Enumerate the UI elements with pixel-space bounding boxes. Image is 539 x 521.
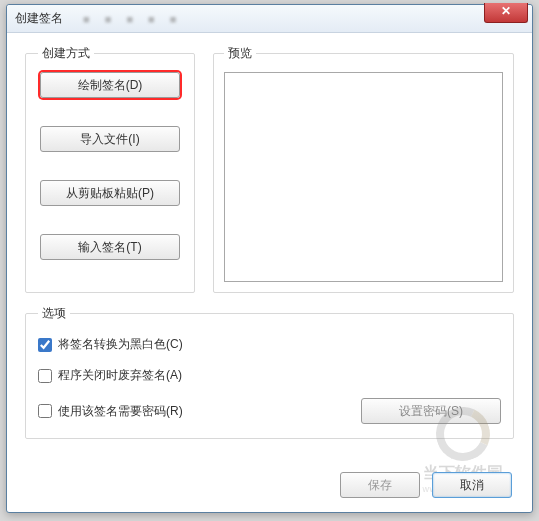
options-group: 选项 将签名转换为黑白色(C) 程序关闭时废弃签名(A) 使用该签名需要密码(R… xyxy=(25,305,514,439)
paste-clipboard-button[interactable]: 从剪贴板粘贴(P) xyxy=(40,180,180,206)
options-legend: 选项 xyxy=(38,305,70,322)
draw-signature-button[interactable]: 绘制签名(D) xyxy=(40,72,180,98)
preview-group: 预览 xyxy=(213,45,514,293)
titlebar: 创建签名 ■ ■ ■ ■ ■ ✕ xyxy=(7,5,532,33)
import-file-button[interactable]: 导入文件(I) xyxy=(40,126,180,152)
option-row-discard: 程序关闭时废弃签名(A) xyxy=(38,367,501,384)
option-row-password: 使用该签名需要密码(R) 设置密码(S) xyxy=(38,398,501,424)
window-title: 创建签名 xyxy=(15,10,63,27)
content-area: 创建方式 绘制签名(D) 导入文件(I) 从剪贴板粘贴(P) 输入签名(T) 预… xyxy=(7,33,532,512)
save-button[interactable]: 保存 xyxy=(340,472,420,498)
preview-legend: 预览 xyxy=(224,45,256,62)
discard-on-close-checkbox[interactable] xyxy=(38,369,52,383)
require-password-checkbox[interactable] xyxy=(38,404,52,418)
convert-bw-label[interactable]: 将签名转换为黑白色(C) xyxy=(58,336,183,353)
type-signature-button[interactable]: 输入签名(T) xyxy=(40,234,180,260)
preview-canvas xyxy=(224,72,503,282)
dialog-window: 创建签名 ■ ■ ■ ■ ■ ✕ 创建方式 绘制签名(D) 导入文件(I) 从剪… xyxy=(6,4,533,513)
background-window-hints: ■ ■ ■ ■ ■ xyxy=(83,13,182,25)
discard-on-close-label[interactable]: 程序关闭时废弃签名(A) xyxy=(58,367,182,384)
require-password-label[interactable]: 使用该签名需要密码(R) xyxy=(58,403,183,420)
creation-method-legend: 创建方式 xyxy=(38,45,94,62)
close-button[interactable]: ✕ xyxy=(484,3,528,23)
top-row: 创建方式 绘制签名(D) 导入文件(I) 从剪贴板粘贴(P) 输入签名(T) 预… xyxy=(25,45,514,293)
convert-bw-checkbox[interactable] xyxy=(38,338,52,352)
creation-method-group: 创建方式 绘制签名(D) 导入文件(I) 从剪贴板粘贴(P) 输入签名(T) xyxy=(25,45,195,293)
option-row-convert-bw: 将签名转换为黑白色(C) xyxy=(38,336,501,353)
dialog-footer: 保存 取消 xyxy=(340,472,512,498)
cancel-button[interactable]: 取消 xyxy=(432,472,512,498)
set-password-button[interactable]: 设置密码(S) xyxy=(361,398,501,424)
